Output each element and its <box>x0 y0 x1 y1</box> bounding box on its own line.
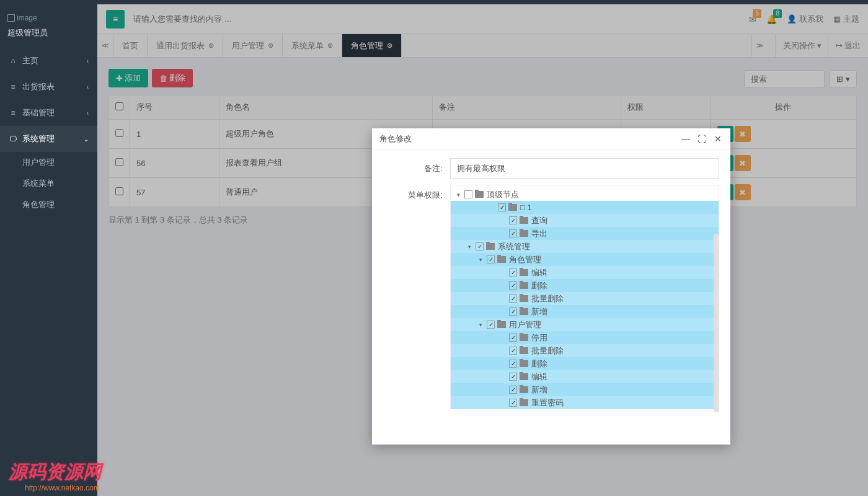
tree-toggle-icon[interactable]: ▾ <box>477 322 484 328</box>
tree-checkbox[interactable]: ✓ <box>509 386 517 394</box>
subnav-role-mgmt[interactable]: 角色管理 <box>0 194 97 215</box>
tree-node[interactable]: ✓查询 <box>451 214 719 227</box>
tree-checkbox[interactable]: ✓ <box>509 268 517 277</box>
subnav-sys-menu[interactable]: 系统菜单 <box>0 173 97 194</box>
tree-node[interactable]: ✓停用 <box>451 331 719 344</box>
folder-icon <box>497 256 506 263</box>
modal-body: 备注: 菜单权限: ▾顶级节点✓□ 1✓查询✓导出▾✓系统管理▾✓角色管理✓编辑… <box>372 149 730 445</box>
tree-label: 角色管理 <box>509 254 541 265</box>
nav-ship-report[interactable]: ≡ 出货报表 ‹ <box>0 74 97 100</box>
tree-label: 编辑 <box>531 371 547 383</box>
tree-toggle-icon[interactable]: ▾ <box>466 244 473 250</box>
logo-text: image <box>17 14 37 22</box>
tree-node[interactable]: ✓编辑 <box>451 266 719 279</box>
modal-header[interactable]: 角色修改 — ⛶ ✕ <box>372 128 730 149</box>
nav-menu: ⌂ 主页 ‹ ≡ 出货报表 ‹ ≡ 基础管理 ‹ 🖵 系统管理 ⌄ <box>0 48 97 152</box>
nav-label: 系统管理 <box>22 133 55 144</box>
close-icon[interactable]: ✕ <box>713 134 723 144</box>
tree-toggle-icon[interactable]: ▾ <box>477 257 484 263</box>
nav-label: 主页 <box>22 55 38 66</box>
tree-label: 导出 <box>531 228 547 239</box>
tree-node[interactable]: ✓删除 <box>451 357 719 370</box>
modal-controls: — ⛶ ✕ <box>681 134 723 144</box>
nav-base-mgmt[interactable]: ≡ 基础管理 ‹ <box>0 100 97 126</box>
top-strip <box>0 0 868 4</box>
tree-node[interactable]: ✓重置密码 <box>451 396 719 409</box>
tree-checkbox[interactable]: ✓ <box>509 294 517 303</box>
desktop-icon: 🖵 <box>9 135 17 143</box>
folder-icon <box>520 334 528 341</box>
remark-label: 备注: <box>383 158 450 174</box>
folder-icon <box>520 399 528 406</box>
folder-icon <box>520 360 528 367</box>
tree-node[interactable]: ✓批量删除 <box>451 344 719 357</box>
nav-submenu: 用户管理 系统菜单 角色管理 <box>0 152 97 215</box>
tree-node[interactable]: ▾顶级节点 <box>451 188 719 201</box>
logo: image <box>7 14 37 22</box>
tree-label: 新增 <box>531 306 547 317</box>
minimize-icon[interactable]: — <box>681 134 691 144</box>
home-icon: ⌂ <box>9 56 17 65</box>
tree-checkbox[interactable]: ✓ <box>487 321 495 329</box>
remark-input[interactable] <box>450 158 719 179</box>
tree-checkbox[interactable]: ✓ <box>509 399 517 407</box>
maximize-icon[interactable]: ⛶ <box>697 134 707 144</box>
tree-checkbox[interactable]: ✓ <box>509 373 517 381</box>
tree-checkbox[interactable]: ✓ <box>498 203 506 211</box>
perm-tree[interactable]: ▾顶级节点✓□ 1✓查询✓导出▾✓系统管理▾✓角色管理✓编辑✓删除✓批量删除✓新… <box>450 185 719 412</box>
subnav-user-mgmt[interactable]: 用户管理 <box>0 152 97 173</box>
tree-checkbox[interactable]: ✓ <box>487 255 495 264</box>
admin-label: 超级管理员 <box>7 27 90 38</box>
tree-node[interactable]: ✓删除 <box>451 279 719 292</box>
sidebar-header: image 超级管理员 <box>0 4 97 48</box>
tree-checkbox[interactable]: ✓ <box>509 281 517 290</box>
tree-checkbox[interactable]: ✓ <box>509 308 517 316</box>
tree-node[interactable]: ▾✓用户管理 <box>451 318 719 331</box>
tree-label: 重置密码 <box>531 397 564 409</box>
folder-icon <box>520 282 528 289</box>
tree-checkbox[interactable]: ✓ <box>509 334 517 342</box>
logo-square-icon <box>7 14 15 22</box>
perm-label: 菜单权限: <box>383 185 450 201</box>
tree-checkbox[interactable]: ✓ <box>476 242 484 250</box>
chevron-down-icon: ⌄ <box>84 136 89 143</box>
tree-checkbox[interactable]: ✓ <box>509 360 517 368</box>
folder-icon <box>486 243 495 250</box>
tree-label: □ 1 <box>520 203 532 212</box>
folder-icon <box>497 321 506 328</box>
sidebar: image 超级管理员 ⌂ 主页 ‹ ≡ 出货报表 ‹ ≡ 基础管理 ‹ 🖵 <box>0 4 97 496</box>
tree-node[interactable]: ✓新增 <box>451 383 719 396</box>
role-edit-modal: 角色修改 — ⛶ ✕ 备注: 菜单权限: ▾顶级节点✓□ 1✓查询✓导出▾✓系统… <box>372 128 730 445</box>
tree-label: 新增 <box>531 384 547 396</box>
chevron-left-icon: ‹ <box>87 110 89 117</box>
tree-node[interactable]: ✓□ 1 <box>451 201 719 214</box>
tree-node[interactable]: ✓批量删除 <box>451 292 719 305</box>
tree-toggle-icon[interactable]: ▾ <box>454 192 462 198</box>
tree-label: 顶级节点 <box>487 189 519 200</box>
chevron-left-icon: ‹ <box>87 84 89 91</box>
tree-label: 用户管理 <box>509 319 541 330</box>
tree-label: 删除 <box>531 358 547 370</box>
tree-checkbox[interactable]: ✓ <box>509 347 517 355</box>
list-icon: ≡ <box>9 82 17 91</box>
nav-label: 出货报表 <box>22 81 55 92</box>
tree-label: 批量删除 <box>531 293 564 304</box>
tree-node[interactable]: ✓新增 <box>451 305 719 318</box>
folder-icon <box>520 308 528 315</box>
main: ≡ ✉5 🔔8 👤联系我 ▦主题 ≪ 首页通用出货报表⊗用户管理⊗系统菜单⊗角色… <box>97 4 868 496</box>
folder-icon <box>475 191 484 198</box>
nav-sys-mgmt[interactable]: 🖵 系统管理 ⌄ <box>0 126 97 152</box>
tree-node[interactable]: ✓编辑 <box>451 370 719 383</box>
folder-icon <box>520 373 528 380</box>
tree-node[interactable]: ▾✓角色管理 <box>451 253 719 266</box>
folder-icon <box>520 347 528 354</box>
folder-icon <box>520 386 528 393</box>
tree-node[interactable]: ✓导出 <box>451 227 719 240</box>
nav-home[interactable]: ⌂ 主页 ‹ <box>0 48 97 74</box>
tree-checkbox[interactable]: ✓ <box>509 216 517 224</box>
tree-node[interactable]: ▾✓系统管理 <box>451 240 719 253</box>
tree-scrollbar[interactable] <box>714 234 719 412</box>
folder-icon <box>520 269 528 276</box>
tree-checkbox[interactable]: ✓ <box>509 229 517 237</box>
tree-checkbox[interactable] <box>464 190 472 198</box>
